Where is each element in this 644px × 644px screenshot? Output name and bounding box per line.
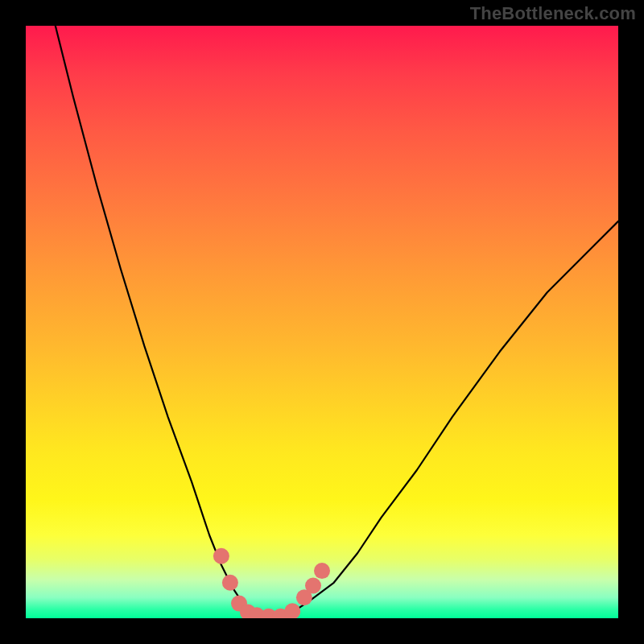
- curve-marker: [222, 575, 238, 591]
- curve-marker: [314, 563, 330, 579]
- watermark-text: TheBottleneck.com: [470, 3, 636, 24]
- chart-frame: TheBottleneck.com: [0, 0, 644, 644]
- curve-markers: [213, 548, 330, 618]
- curve-marker: [305, 578, 321, 594]
- curve-svg: [26, 26, 618, 618]
- plot-area: [26, 26, 618, 618]
- bottleneck-curve: [56, 26, 618, 618]
- curve-marker: [284, 603, 300, 618]
- curve-marker: [213, 548, 229, 564]
